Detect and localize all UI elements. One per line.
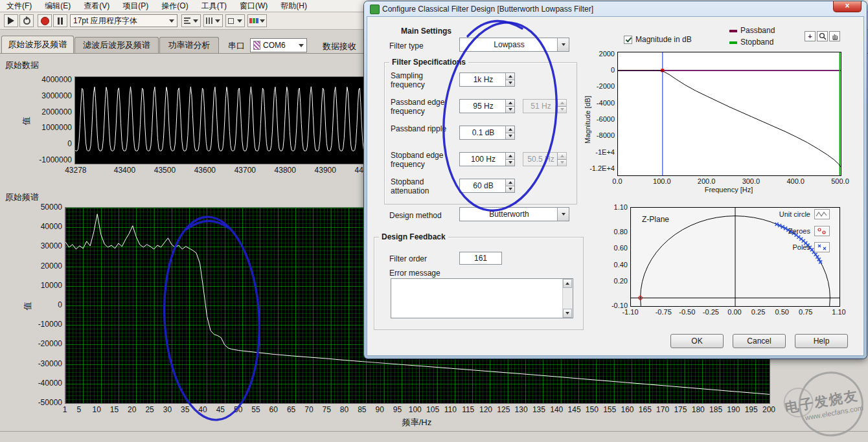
spin-up-button[interactable] — [506, 100, 514, 106]
run-continuous-button[interactable] — [19, 14, 34, 27]
x-tick-label: 1.10 — [832, 308, 845, 316]
x-tick-label: 145 — [568, 405, 581, 414]
run-button[interactable] — [4, 14, 18, 27]
x-tick-label: 20 — [128, 405, 136, 414]
distribute-objects-button[interactable] — [203, 14, 223, 27]
cancel-button[interactable]: Cancel — [733, 334, 786, 348]
x-tick-label: 180 — [692, 405, 705, 414]
magnifier-icon — [819, 32, 827, 40]
spin-up-button[interactable] — [506, 126, 514, 133]
spin-down-button[interactable] — [506, 106, 514, 113]
menu-item-operate[interactable]: 操作(O) — [155, 0, 194, 12]
passband-ripple-field[interactable]: 0.1 dB — [459, 126, 515, 140]
design-method-label: Design method — [389, 211, 442, 220]
chevron-down-icon — [260, 19, 265, 23]
poles-legend-icon[interactable] — [814, 242, 830, 252]
spin-up-button[interactable] — [506, 73, 514, 80]
scroll-up-button[interactable] — [563, 279, 572, 288]
graph-zoom-tool-button[interactable] — [817, 31, 828, 41]
y-tick-label: 4000000 — [25, 75, 72, 84]
tab-raw-waveform-spectrum[interactable]: 原始波形及频谱 — [1, 36, 74, 53]
tab-filtered-waveform-spectrum[interactable]: 滤波后波形及频谱 — [74, 37, 159, 53]
resize-icon — [228, 18, 234, 24]
spin-up-button[interactable] — [506, 179, 514, 186]
filter-type-dropdown[interactable]: Lowpass — [459, 38, 569, 52]
x-tick-label: 45 — [216, 405, 225, 414]
spin-down-button[interactable] — [506, 80, 514, 87]
x-tick-label: 60 — [269, 405, 278, 414]
x-tick-label: 43800 — [275, 166, 296, 175]
stopband-edge-frequency-field[interactable]: 100 Hz — [459, 152, 515, 166]
help-button[interactable]: Help — [795, 334, 848, 348]
pause-button[interactable] — [53, 14, 67, 27]
tab-label: 原始波形及频谱 — [8, 39, 67, 50]
menu-item-window[interactable]: 窗口(W) — [233, 0, 274, 12]
menu-item-tools[interactable]: 工具(T) — [195, 0, 233, 12]
passband-ripple-label: Passband ripple — [391, 124, 449, 133]
tab-power-spectrum-analysis[interactable]: 功率谱分析 — [159, 37, 219, 53]
zeroes-legend-label: Zeroes — [729, 227, 810, 235]
tab-label: 滤波后波形及频谱 — [83, 39, 150, 51]
passband-edge-frequency-field[interactable]: 95 Hz — [459, 99, 515, 113]
poles-legend-label: Poles — [729, 243, 810, 251]
reorder-objects-button[interactable] — [247, 14, 267, 27]
ok-button[interactable]: OK — [670, 334, 724, 348]
x-tick-label: 135 — [532, 405, 545, 414]
chevron-down-icon[interactable] — [557, 38, 569, 51]
design-method-value: Butterworth — [460, 210, 569, 219]
sampling-frequency-field[interactable]: 1k Hz — [459, 72, 515, 87]
spin-down-button[interactable] — [506, 133, 514, 140]
y-tick-label: -30000 — [16, 359, 62, 368]
x-tick-label: 100 — [409, 405, 422, 414]
passband-legend-label: Passband — [740, 26, 775, 35]
abort-button[interactable] — [38, 14, 52, 27]
magnitude-in-db-label: Magnitude in dB — [635, 35, 692, 44]
menu-item-view[interactable]: 查看(V) — [77, 0, 116, 12]
x-tick-label: 185 — [709, 405, 722, 414]
scrollbar[interactable] — [562, 279, 573, 318]
x-tick-label: 35 — [181, 405, 189, 414]
design-method-dropdown[interactable]: Butterworth — [459, 207, 569, 221]
font-selector[interactable]: 17pt 应用程序字体 — [70, 14, 177, 27]
magnitude-in-db-checkbox[interactable] — [624, 36, 632, 44]
chevron-down-icon[interactable] — [557, 208, 569, 221]
chevron-down-icon — [193, 19, 198, 23]
serial-port-selector[interactable]: COM6 — [250, 38, 307, 52]
y-tick-label: 0.20 — [581, 277, 628, 285]
y-tick-label: 0 — [25, 139, 72, 148]
menu-item-file[interactable]: 文件(F) — [0, 0, 38, 12]
x-tick-label: 155 — [603, 405, 616, 414]
align-icon — [184, 17, 190, 24]
y-tick-label: -4000 — [568, 99, 615, 107]
y-tick-label: -20000 — [16, 339, 62, 348]
window-bottom-edge — [0, 431, 868, 442]
unit-circle-legend-icon[interactable] — [814, 209, 830, 219]
stopband-legend-label: Stopband — [740, 38, 773, 47]
dialog-body: Main Settings Filter type Lowpass Filter… — [367, 16, 864, 356]
x-tick-label: 130 — [515, 405, 528, 414]
resize-objects-button[interactable] — [225, 14, 245, 27]
y-tick-label: -0.10 — [581, 302, 628, 309]
x-tick-label: 15 — [110, 405, 119, 414]
menu-item-help[interactable]: 帮助(H) — [274, 0, 314, 12]
x-tick-label: 43900 — [315, 166, 336, 175]
close-button[interactable]: × — [833, 1, 862, 12]
zeroes-legend-icon[interactable] — [814, 226, 830, 236]
x-tick-label: 0.50 — [775, 308, 788, 316]
graph-crosshair-tool-button[interactable]: + — [805, 31, 816, 41]
x-tick-label: 140 — [550, 405, 563, 414]
graph-pan-tool-button[interactable] — [829, 31, 840, 41]
menu-item-project[interactable]: 项目(P) — [116, 0, 155, 12]
spin-up-button[interactable] — [506, 153, 514, 159]
scroll-down-button[interactable] — [563, 309, 572, 318]
spin-down-button[interactable] — [506, 186, 514, 193]
spin-down-button[interactable] — [506, 159, 514, 166]
x-tick-label: 200.0 — [698, 177, 716, 185]
x-tick-label: 80 — [340, 405, 348, 414]
stopband-edge-frequency-secondary-field: 50.5 Hz — [523, 152, 567, 166]
menu-item-edit[interactable]: 编辑(E) — [38, 0, 77, 12]
stopband-attenuation-field[interactable]: 60 dB — [459, 179, 515, 193]
align-objects-button[interactable] — [181, 14, 201, 27]
y-tick-label: -1.2E+4 — [568, 164, 615, 172]
filter-type-label: Filter type — [389, 41, 424, 50]
